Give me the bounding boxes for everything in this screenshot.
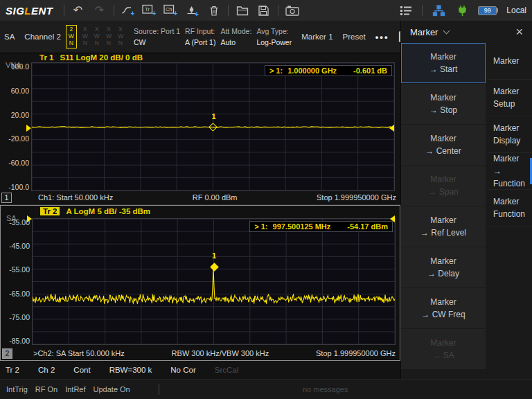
tab-marker-setup[interactable]: Marker Setup (487, 80, 532, 116)
svg-text:+: + (131, 10, 135, 17)
sa-marker-label: 1 (212, 251, 216, 260)
status-rbw[interactable]: RBW=300 k (109, 366, 152, 374)
vna-marker-label: 1 (212, 112, 216, 121)
sa-footer: 2 >Ch2: SA Start 50.000 kHz RBW 300 kHz/… (1, 346, 400, 360)
menu-button-marker-to-stop[interactable]: Marker→ Stop (401, 84, 486, 124)
sa-channel-box[interactable]: 2 (2, 348, 12, 359)
vna-ref-level-arrow-right (389, 125, 394, 132)
status-rf[interactable]: RF On (35, 385, 57, 393)
add-channel-button[interactable]: Ch+ (163, 2, 179, 19)
menu-button-marker-to-ref-level[interactable]: Marker→ Ref Level (401, 206, 486, 247)
divider (64, 5, 64, 16)
network-status-button[interactable] (431, 2, 446, 19)
vna-trace-name: Tr 1 (39, 53, 53, 62)
avg-type-field[interactable]: Avg Type: Log-Power (256, 26, 292, 48)
file-open-button[interactable] (235, 2, 250, 19)
task-menu-button[interactable] (398, 2, 414, 19)
control-mode-label[interactable]: Local (506, 6, 526, 15)
divider (422, 5, 423, 16)
add-marker-button[interactable]: + (185, 2, 200, 19)
channel-indicator[interactable]: X W N (82, 26, 89, 47)
tab-marker-function[interactable]: Marker Function (487, 190, 532, 227)
status-ref[interactable]: IntRef (65, 385, 85, 393)
att-mode-field[interactable]: Att Mode: Auto (220, 26, 251, 48)
status-channel[interactable]: Ch 2 (38, 366, 55, 374)
vna-channel-box[interactable]: 1 (1, 193, 12, 203)
vna-start-freq: Ch1: Start 50.000 kHz (38, 193, 113, 202)
channel-indicator[interactable]: X W N (94, 26, 100, 47)
sa-window[interactable]: SA Tr 2A LogM 5 dB/ -35 dBm -35.00-45.00… (0, 205, 400, 361)
folder-open-icon (236, 6, 249, 16)
channel-indicator[interactable]: X W N (105, 26, 112, 47)
system-status-bar: IntTrig RF On IntRef Update On no messag… (0, 379, 532, 399)
battery-icon: 99 (478, 6, 498, 15)
menu-button-marker-to-center[interactable]: Marker→ Center (401, 125, 486, 165)
channel-indicator[interactable]: X W N (117, 26, 124, 47)
sa-start-freq: >Ch2: SA Start 50.000 kHz (33, 349, 125, 357)
channel-bar: SA Channel 2 2 W N X W N X W N (0, 21, 400, 53)
tab-marker[interactable]: Marker (487, 43, 532, 80)
vna-y-axis: 100.060.0020.00 -20.00-60.00-100.0 (0, 62, 29, 191)
usb-plug-icon (457, 5, 468, 17)
vna-window[interactable]: VNA Tr 1S11 LogM 20 dB/ 0 dB 100.060.002… (0, 53, 400, 205)
marker-add-icon: + (186, 5, 199, 17)
undo-button[interactable]: ↶ (71, 2, 86, 19)
top-toolbar: SIGLENT ↶ ↷ + Tr+ Ch+ + (0, 0, 532, 21)
menu-button-column: Marker→ Start Marker→ Stop Marker→ Cente… (401, 43, 486, 379)
task-menu-icon (400, 6, 412, 16)
add-trace-button[interactable]: + (121, 2, 136, 19)
tr-add-icon: Tr+ (142, 4, 157, 17)
divider (228, 5, 229, 16)
channel-indicator-active[interactable]: 2 W N (66, 25, 77, 48)
topbar-status-group: 99 Local (398, 2, 526, 19)
tab-marker-to-function[interactable]: Marker → Function (487, 153, 532, 190)
channel-label[interactable]: Channel 2 (24, 33, 60, 41)
save-button[interactable] (256, 2, 272, 19)
mode-button[interactable]: SA (4, 33, 15, 41)
menu-button-marker-to-sa: Marker→ SA (401, 329, 486, 369)
sa-ref-level-arrow-left (27, 215, 32, 222)
svg-text:Tr: Tr (145, 6, 150, 12)
rf-input-field[interactable]: RF Input: A (Port 1) (185, 26, 215, 48)
lan-network-icon (432, 5, 445, 17)
vna-footer: 1 Ch1: Start 50.000 kHz RF 0.00 dBm Stop… (0, 190, 400, 204)
status-sweep[interactable]: Cont (73, 366, 90, 374)
ch-add-icon: Ch+ (163, 4, 178, 17)
redo-icon: ↷ (95, 5, 104, 16)
vna-trace-header[interactable]: Tr 1S11 LogM 20 dB/ 0 dB (39, 53, 143, 62)
redo-button[interactable]: ↷ (92, 2, 107, 19)
sa-stop-freq: Stop 1.999950000 GHz (316, 349, 396, 357)
more-button[interactable]: ••• (375, 32, 389, 42)
delete-button[interactable] (206, 2, 222, 19)
sa-y-axis: -35.00-45.00-55.00 -65.00-75.00-85.00 (1, 218, 30, 345)
sa-plot-area[interactable]: > 1:997.500125 MHz-54.17 dBm 1 (32, 218, 396, 345)
divider (159, 384, 159, 395)
add-trace-window-button[interactable]: Tr+ (142, 2, 157, 19)
close-icon[interactable]: × (515, 26, 523, 38)
sa-trace-header[interactable]: Tr 2A LogM 5 dB/ -35 dBm (40, 207, 150, 215)
svg-text:+: + (174, 10, 178, 17)
chevron-down-icon[interactable] (443, 27, 450, 34)
preset-button[interactable]: Preset (343, 33, 366, 41)
divider (114, 5, 114, 16)
svg-text:+: + (195, 10, 199, 17)
marker1-button[interactable]: Marker 1 (301, 33, 332, 41)
source-field[interactable]: Source: Port 1 CW (134, 26, 180, 48)
screenshot-button[interactable] (285, 2, 300, 19)
usb-status-button[interactable] (454, 2, 470, 19)
siglent-logo: SIGLENT (6, 5, 53, 17)
divider (278, 5, 278, 16)
tab-marker-display[interactable]: Marker Display (487, 116, 532, 153)
status-update[interactable]: Update On (94, 385, 130, 393)
status-trigger[interactable]: IntTrig (6, 385, 28, 393)
menu-title[interactable]: Marker (410, 27, 438, 37)
vna-plot-area[interactable]: > 1:1.000000 GHz-0.601 dB 1 (31, 62, 395, 191)
menu-button-marker-to-cw-freq[interactable]: Marker→ CW Freq (401, 288, 486, 328)
menu-button-marker-to-delay[interactable]: Marker→ Delay (401, 247, 486, 287)
camera-icon (285, 5, 299, 16)
status-trace[interactable]: Tr 2 (6, 366, 19, 374)
menu-button-marker-to-start[interactable]: Marker→ Start (401, 43, 486, 83)
sa-ref-level-arrow-right (390, 215, 395, 222)
status-correction[interactable]: No Cor (170, 366, 195, 374)
marker-menu-panel: Marker × Marker→ Start Marker→ Stop Mark… (400, 21, 532, 379)
